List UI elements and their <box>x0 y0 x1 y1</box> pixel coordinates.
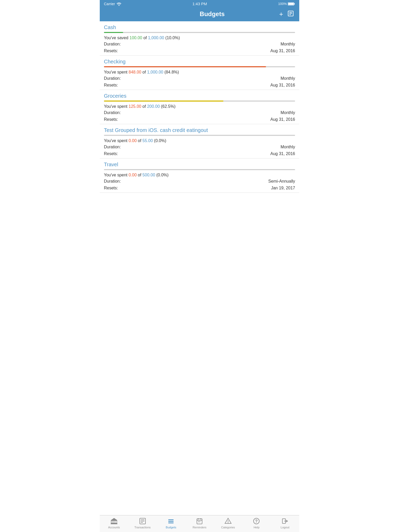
budget-duration-value-checking: Monthly <box>281 76 295 81</box>
budgets-tab-label: Budgets <box>166 526 176 529</box>
budget-resets-label-checking: Resets: <box>104 83 118 88</box>
budget-resets-label-groceries: Resets: <box>104 117 118 122</box>
progress-bar-fill-cash <box>104 32 123 33</box>
status-right: 100% <box>278 2 295 6</box>
wifi-icon <box>117 2 121 6</box>
svg-rect-26 <box>198 521 199 522</box>
budget-duration-value-travel: Semi-Annually <box>268 179 295 184</box>
nav-actions: + <box>279 10 294 18</box>
budget-resets-value-cash: Aug 31, 2016 <box>270 49 295 53</box>
status-time: 1:43 PM <box>192 2 207 6</box>
budget-duration-value-cash: Monthly <box>281 42 295 46</box>
budget-name-test-grouped: Test Grouped from iOS. cash credit eatin… <box>104 127 295 133</box>
progress-bar-container-groceries <box>104 101 295 102</box>
svg-rect-8 <box>111 521 112 523</box>
tab-logout[interactable]: Logout <box>271 517 299 529</box>
tab-reminders[interactable]: Reminders <box>185 517 214 529</box>
transactions-icon <box>139 517 147 525</box>
reminders-tab-label: Reminders <box>192 526 206 529</box>
budget-item-groceries[interactable]: Groceries You've spent 125.00 of 200.00 … <box>100 90 299 124</box>
budget-duration-label-checking: Duration: <box>104 76 121 81</box>
reminders-icon <box>196 517 203 525</box>
help-tab-label: Help <box>254 526 260 529</box>
carrier-label: Carrier <box>104 2 115 6</box>
budget-duration-row-test-grouped: Duration: Monthly <box>104 145 295 149</box>
accounts-icon <box>110 517 118 525</box>
page-title: Budgets <box>145 10 279 18</box>
budget-resets-row-cash: Resets: Aug 31, 2016 <box>104 49 295 53</box>
budget-name-groceries: Groceries <box>104 93 295 99</box>
budget-summary-test-grouped: You've spent 0.00 of 55.00 (0.0%) <box>104 138 295 143</box>
budget-item-cash[interactable]: Cash You've saved 100.00 of 1,000.00 (10… <box>100 21 299 56</box>
budget-summary-cash: You've saved 100.00 of 1,000.00 (10.0%) <box>104 36 295 40</box>
budget-duration-row-checking: Duration: Monthly <box>104 76 295 81</box>
budget-resets-value-groceries: Aug 31, 2016 <box>270 117 295 122</box>
budget-container: Cash You've saved 100.00 of 1,000.00 (10… <box>100 21 299 193</box>
categories-tab-label: Categories <box>221 526 235 529</box>
budget-list: Cash You've saved 100.00 of 1,000.00 (10… <box>100 21 299 515</box>
budget-resets-label-travel: Resets: <box>104 186 118 190</box>
help-icon: ? <box>252 517 260 525</box>
tab-bar: Accounts Transactions Budgets <box>100 515 299 532</box>
svg-point-30 <box>228 522 228 523</box>
progress-bar-container-checking <box>104 66 295 67</box>
edit-icon <box>287 10 294 17</box>
svg-rect-9 <box>112 521 113 523</box>
budget-resets-row-groceries: Resets: Aug 31, 2016 <box>104 117 295 122</box>
svg-rect-27 <box>200 521 200 522</box>
nav-bar: Budgets + <box>100 8 299 21</box>
budget-name-travel: Travel <box>104 162 295 168</box>
tab-budgets[interactable]: Budgets <box>157 517 185 529</box>
svg-text:?: ? <box>255 519 258 523</box>
tab-help[interactable]: ? Help <box>242 517 271 529</box>
budget-resets-row-travel: Resets: Jan 19, 2017 <box>104 186 295 190</box>
budget-summary-groceries: You've spent 125.00 of 200.00 (62.5%) <box>104 104 295 109</box>
tab-categories[interactable]: Categories <box>214 517 242 529</box>
battery-percent: 100% <box>278 2 287 6</box>
add-budget-button[interactable]: + <box>279 11 283 17</box>
budget-duration-label-groceries: Duration: <box>104 110 121 115</box>
budget-duration-row-groceries: Duration: Monthly <box>104 110 295 115</box>
tab-transactions[interactable]: Transactions <box>128 517 157 529</box>
budget-duration-row-travel: Duration: Semi-Annually <box>104 179 295 184</box>
budget-resets-row-test-grouped: Resets: Aug 31, 2016 <box>104 151 295 156</box>
progress-bar-container-travel <box>104 169 295 170</box>
budget-duration-value-test-grouped: Monthly <box>281 145 295 149</box>
progress-bar-fill-groceries <box>104 101 223 102</box>
accounts-tab-label: Accounts <box>108 526 120 529</box>
svg-rect-11 <box>115 521 116 523</box>
svg-marker-13 <box>111 518 117 520</box>
budget-resets-value-checking: Aug 31, 2016 <box>270 83 295 88</box>
logout-icon <box>281 517 289 525</box>
budget-item-checking[interactable]: Checking You've spent 848.00 of 1,000.00… <box>100 56 299 90</box>
budget-duration-label-cash: Duration: <box>104 42 121 46</box>
status-left: Carrier <box>104 2 121 6</box>
budget-item-test-grouped[interactable]: Test Grouped from iOS. cash credit eatin… <box>100 124 299 158</box>
transactions-tab-label: Transactions <box>134 526 151 529</box>
budget-resets-value-test-grouped: Aug 31, 2016 <box>270 151 295 156</box>
categories-icon <box>224 517 232 525</box>
edit-budget-button[interactable] <box>287 10 294 18</box>
budget-item-travel[interactable]: Travel You've spent 0.00 of 500.00 (0.0%… <box>100 158 299 193</box>
budget-duration-label-test-grouped: Duration: <box>104 145 121 149</box>
svg-rect-1 <box>294 3 295 4</box>
budget-summary-checking: You've spent 848.00 of 1,000.00 (84.8%) <box>104 70 295 75</box>
budget-duration-row-cash: Duration: Monthly <box>104 42 295 46</box>
svg-rect-2 <box>288 3 294 5</box>
budget-resets-label-cash: Resets: <box>104 49 118 53</box>
tab-accounts[interactable]: Accounts <box>100 517 128 529</box>
progress-bar-container-test-grouped <box>104 135 295 136</box>
budgets-icon <box>167 517 175 525</box>
spacer <box>100 193 299 214</box>
svg-rect-12 <box>116 521 117 523</box>
budget-resets-row-checking: Resets: Aug 31, 2016 <box>104 83 295 88</box>
status-bar: Carrier 1:43 PM 100% <box>100 0 299 8</box>
budget-summary-travel: You've spent 0.00 of 500.00 (0.0%) <box>104 173 295 177</box>
budget-duration-label-travel: Duration: <box>104 179 121 184</box>
progress-bar-fill-checking <box>104 66 266 67</box>
budget-name-checking: Checking <box>104 59 295 65</box>
battery-icon <box>288 2 295 6</box>
budget-resets-label-test-grouped: Resets: <box>104 151 118 156</box>
progress-bar-container-cash <box>104 32 295 33</box>
budget-resets-value-travel: Jan 19, 2017 <box>271 186 295 190</box>
